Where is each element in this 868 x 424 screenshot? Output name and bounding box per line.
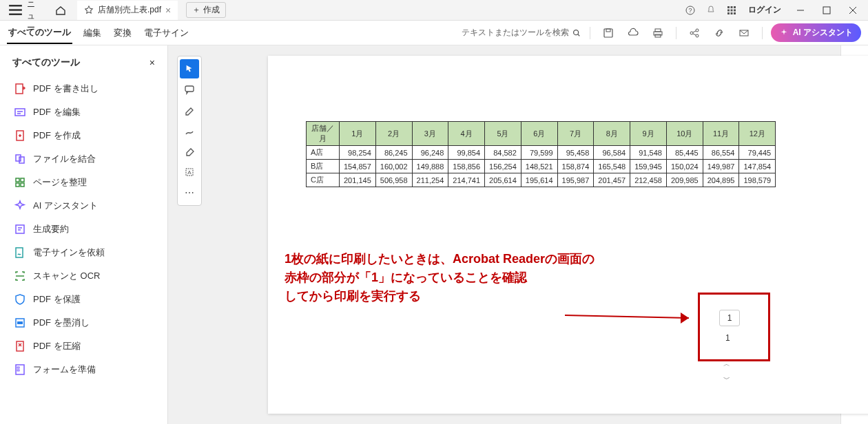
search-box[interactable]: テキストまたはツールを検索 [462, 27, 581, 39]
tool-export-pdf[interactable]: PDF を書き出し [7, 77, 161, 100]
minimize-icon [796, 6, 805, 14]
notification-button[interactable] [701, 1, 721, 20]
svg-rect-15 [655, 29, 661, 32]
tool-ai-assistant[interactable]: AI アシスタント [7, 194, 161, 218]
login-button[interactable]: ログイン [743, 4, 787, 16]
svg-rect-32 [16, 248, 23, 257]
tool-prepare-form[interactable]: フォームを準備 [7, 358, 161, 381]
draw-tool-button[interactable] [180, 121, 199, 140]
document-viewport[interactable]: A ⋯ 店舗／月1月2月3月4月5月6月7月8月9月10月11月12月 A店98… [168, 45, 840, 424]
svg-rect-31 [16, 225, 24, 233]
annotation-text: 1枚の紙に印刷したいときは、Acrobat Readerの画面の 赤枠の部分が「… [285, 250, 684, 306]
link-icon [714, 28, 725, 39]
erase-tool-button[interactable] [180, 142, 199, 161]
form-icon [14, 363, 26, 376]
new-tab-label: 作成 [203, 4, 220, 16]
table-cell: 209,985 [666, 173, 703, 187]
tab-convert[interactable]: 変換 [112, 23, 133, 43]
window-maximize-button[interactable] [814, 1, 839, 20]
table-cell: 201,457 [594, 173, 630, 187]
highlight-icon [184, 105, 195, 116]
svg-rect-11 [823, 7, 830, 14]
table-header-cell: 9月 [630, 122, 667, 146]
ai-assistant-label: AI アシスタント [793, 27, 853, 39]
svg-rect-23 [15, 109, 25, 116]
home-button[interactable] [51, 1, 70, 20]
apps-button[interactable] [722, 1, 741, 20]
table-header-cell: 8月 [594, 122, 630, 146]
select-tool-button[interactable] [180, 59, 199, 78]
table-row: A店98,25486,24596,24899,85484,58279,59995… [307, 146, 776, 160]
protect-icon [14, 293, 26, 306]
email-button[interactable] [734, 23, 754, 43]
table-cell: 95,458 [557, 146, 594, 160]
ai-assistant-button[interactable]: AI アシスタント [771, 23, 861, 42]
table-cell: 214,741 [448, 173, 485, 187]
table-cell: 198,579 [739, 173, 776, 187]
page-prev-button[interactable]: ︿ [723, 359, 730, 369]
tool-scan-ocr[interactable]: スキャンと OCR [7, 264, 161, 288]
table-header-cell: 2月 [375, 122, 412, 146]
tool-redact-pdf[interactable]: PDF を墨消し [7, 311, 161, 335]
share-icon [689, 28, 700, 39]
window-close-button[interactable] [840, 1, 865, 20]
tab-edit[interactable]: 編集 [82, 23, 103, 43]
main-toolbar: すべてのツール 編集 変換 電子サイン テキストまたはツールを検索 AI アシス… [0, 21, 868, 45]
table-row: C店201,145506,958211,254214,741205,614195… [307, 173, 776, 187]
search-icon [572, 28, 581, 38]
tool-organize-pages[interactable]: ページを整理 [7, 171, 161, 194]
tab-esign[interactable]: 電子サイン [143, 23, 190, 43]
svg-rect-2 [727, 6, 730, 8]
table-cell: 147,854 [739, 160, 776, 173]
left-panel: すべてのツール × PDF を書き出し PDF を編集 PDF を作成 ファイル… [0, 45, 168, 424]
svg-rect-27 [16, 178, 19, 182]
save-icon [603, 28, 614, 39]
star-icon [84, 6, 94, 15]
tab-all-tools[interactable]: すべてのツール [7, 22, 72, 44]
highlight-tool-button[interactable] [180, 100, 199, 120]
table-cell: 154,857 [340, 160, 376, 173]
more-tools-button[interactable]: ⋯ [180, 183, 199, 202]
document-page: 店舗／月1月2月3月4月5月6月7月8月9月10月11月12月 A店98,254… [268, 56, 868, 414]
tool-compress-pdf[interactable]: PDF を圧縮 [7, 335, 161, 358]
tool-request-esign[interactable]: 電子サインを依頼 [7, 241, 161, 264]
quick-toolbar: A ⋯ [177, 56, 202, 206]
tool-create-pdf[interactable]: PDF を作成 [7, 124, 161, 147]
table-row: B店154,857160,002149,888158,856156,254148… [307, 160, 776, 173]
comment-tool-button[interactable] [180, 80, 199, 99]
table-cell: 79,599 [521, 146, 557, 160]
export-icon [14, 83, 26, 95]
tool-generate-summary[interactable]: 生成要約 [7, 218, 161, 241]
table-cell: 96,584 [594, 146, 630, 160]
tool-protect-pdf[interactable]: PDF を保護 [7, 288, 161, 311]
svg-rect-29 [16, 183, 19, 187]
help-icon: ? [685, 5, 696, 16]
help-button[interactable]: ? [681, 1, 700, 20]
link-button[interactable] [710, 23, 729, 43]
comment-icon [184, 84, 195, 95]
tab-close-button[interactable]: × [165, 5, 171, 16]
share-button[interactable] [685, 23, 704, 43]
panel-title: すべてのツール [12, 56, 80, 69]
window-minimize-button[interactable] [788, 1, 813, 20]
text-tool-button[interactable]: A [180, 162, 199, 182]
tool-combine-files[interactable]: ファイルを結合 [7, 147, 161, 171]
scan-icon [14, 270, 26, 282]
document-tab[interactable]: 店舗別売上表.pdf × [77, 1, 178, 20]
maximize-icon [823, 6, 831, 14]
save-button[interactable] [599, 23, 618, 43]
page-next-button[interactable]: ﹀ [723, 374, 730, 384]
svg-point-20 [696, 34, 699, 37]
table-cell: 156,254 [485, 160, 521, 173]
table-cell: 150,024 [666, 160, 703, 173]
organize-icon [14, 176, 26, 189]
print-button[interactable] [648, 23, 668, 43]
cloud-button[interactable] [623, 23, 643, 43]
close-panel-button[interactable]: × [149, 57, 155, 68]
new-tab-button[interactable]: ＋ 作成 [186, 2, 226, 18]
page-number-input[interactable]: 1 [719, 310, 740, 326]
svg-rect-35 [17, 341, 23, 351]
email-icon [738, 28, 750, 39]
tool-edit-pdf[interactable]: PDF を編集 [7, 100, 161, 124]
table-cell: 96,248 [412, 146, 448, 160]
